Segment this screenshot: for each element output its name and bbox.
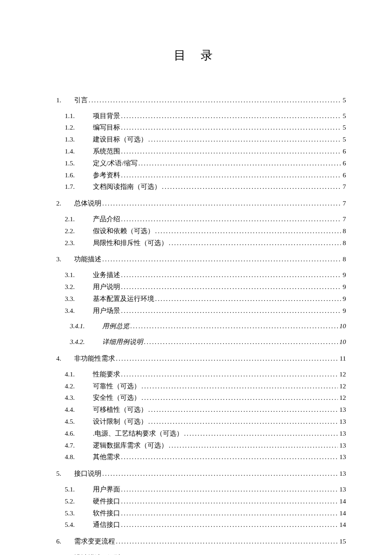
toc-entry-page: 10 bbox=[339, 337, 346, 347]
toc-entry-page: 14 bbox=[339, 520, 346, 530]
toc-entry-number: 1.1. bbox=[65, 111, 93, 121]
toc-entry[interactable]: 1.2.编写目标5 bbox=[65, 122, 346, 133]
toc-leader-dots bbox=[121, 496, 338, 507]
toc-entry[interactable]: 2.2.假设和依赖（可选）8 bbox=[65, 226, 346, 237]
toc-entry[interactable]: 5.2.硬件接口14 bbox=[65, 496, 346, 507]
toc-entry[interactable]: 3.4.1.用例总览10 bbox=[70, 321, 346, 332]
toc-entry-text: 产品介绍 bbox=[93, 214, 120, 225]
toc-entry[interactable]: 4.5.设计限制（可选）13 bbox=[65, 416, 346, 427]
toc-entry[interactable]: 1.引言5 bbox=[56, 95, 346, 106]
toc-entry-number: 5.1. bbox=[65, 484, 93, 495]
toc-entry-number: 3.4.1. bbox=[70, 321, 102, 332]
toc-entry-text: 局限性和排斥性（可选） bbox=[93, 238, 168, 249]
toc-entry[interactable]: 3.3.基本配置及运行环境9 bbox=[65, 294, 346, 304]
toc-leader-dots bbox=[116, 536, 338, 547]
toc-entry[interactable]: 2.总体说明7 bbox=[56, 198, 346, 209]
toc-entry-page: 9 bbox=[342, 270, 346, 280]
toc-entry-text: 用户说明 bbox=[93, 282, 120, 292]
toc-entry-page: 6 bbox=[342, 158, 346, 169]
toc-entry-text: 用户界面 bbox=[93, 484, 120, 495]
toc-entry-page: 6 bbox=[342, 170, 346, 181]
toc-entry-page: 5 bbox=[342, 122, 346, 133]
toc-leader-dots bbox=[144, 337, 338, 347]
toc-entry-text: 总体说明 bbox=[74, 198, 101, 209]
toc-entry-page: 8 bbox=[342, 238, 346, 249]
toc-entry-text: 用户场景 bbox=[93, 306, 120, 316]
toc-leader-dots bbox=[169, 238, 341, 249]
toc-entry[interactable]: 2.1.产品介绍7 bbox=[65, 214, 346, 225]
toc-entry-number: 1.4. bbox=[65, 146, 93, 157]
toc-entry[interactable]: 5.3.软件接口14 bbox=[65, 508, 346, 519]
toc-entry-text: 系统范围 bbox=[93, 146, 120, 157]
toc-entry-number: 1.6. bbox=[65, 170, 93, 181]
toc-leader-dots bbox=[141, 381, 338, 392]
toc-entry-number: 4.7. bbox=[65, 440, 93, 451]
toc-entry-page: 7 bbox=[342, 198, 346, 209]
toc-entry[interactable]: 3.1.业务描述9 bbox=[65, 270, 346, 280]
toc-entry-text: 非功能性需求 bbox=[74, 353, 115, 364]
toc-entry-page: 9 bbox=[342, 306, 346, 316]
toc-leader-dots bbox=[141, 393, 338, 403]
toc-entry[interactable]: 1.1.项目背景5 bbox=[65, 111, 346, 121]
toc-entry-number: 3.3. bbox=[65, 294, 93, 304]
toc-entry[interactable]: 4.2.可靠性（可选）12 bbox=[65, 381, 346, 392]
toc-entry-number: 2. bbox=[56, 198, 74, 209]
toc-entry-text: 基本配置及运行环境 bbox=[93, 294, 154, 304]
toc-entry[interactable]: 4.非功能性需求11 bbox=[56, 353, 346, 364]
toc-entry[interactable]: 4.1.性能要求12 bbox=[65, 369, 346, 380]
toc-entry[interactable]: 3.4.用户场景9 bbox=[65, 306, 346, 316]
toc-entry[interactable]: 4.6..电源、工艺结构要求（可选） 13 bbox=[65, 428, 346, 439]
toc-entry-page: 12 bbox=[339, 393, 346, 403]
toc-entry[interactable]: 4.7.逻辑数据库需求（可选）13 bbox=[65, 440, 346, 451]
toc-entry-number: 2.3. bbox=[65, 238, 93, 249]
toc-entry[interactable]: 1.7.文档阅读指南（可选）7 bbox=[65, 182, 346, 192]
toc-entry-text: 设计描述（可选） bbox=[74, 553, 129, 555]
toc-entry-page: 13 bbox=[339, 428, 346, 439]
toc-leader-dots bbox=[155, 226, 341, 237]
toc-entry[interactable]: 4.8.其他需求13 bbox=[65, 452, 346, 462]
toc-entry[interactable]: 3.2.用户说明9 bbox=[65, 282, 346, 292]
toc-entry-number: 5.2. bbox=[65, 496, 93, 507]
toc-leader-dots bbox=[121, 452, 338, 462]
toc-entry[interactable]: 3.4.2.详细用例说明10 bbox=[70, 337, 346, 347]
toc-entry-number: 4.6. bbox=[65, 428, 93, 439]
toc-entry-text: 用例总览 bbox=[102, 321, 130, 332]
toc-entry[interactable]: 7.设计描述（可选）15 bbox=[56, 553, 346, 555]
toc-entry-text: 功能描述 bbox=[74, 254, 101, 265]
toc-entry-number: 1.2. bbox=[65, 122, 93, 133]
document-page: 目 录 1.引言51.1.项目背景51.2.编写目标51.3.建设目标（可选）5… bbox=[0, 0, 392, 555]
toc-entry-page: 5 bbox=[342, 111, 346, 121]
toc-entry-text: 文档阅读指南（可选） bbox=[93, 182, 161, 192]
toc-entry-page: 5 bbox=[342, 95, 346, 106]
toc-entry[interactable]: 1.4.系统范围6 bbox=[65, 146, 346, 157]
toc-entry-text: 性能要求 bbox=[93, 369, 120, 380]
toc-entry-page: 7 bbox=[342, 214, 346, 225]
toc-entry[interactable]: 5.接口说明13 bbox=[56, 468, 346, 479]
toc-entry-number: 4.4. bbox=[65, 405, 93, 415]
toc-entry-page: 14 bbox=[339, 508, 346, 519]
toc-leader-dots bbox=[102, 254, 341, 265]
toc-entry[interactable]: 5.4.通信接口14 bbox=[65, 520, 346, 530]
toc-leader-dots bbox=[130, 553, 338, 555]
toc-entry[interactable]: 6.需求变更流程15 bbox=[56, 536, 346, 547]
toc-entry-page: 13 bbox=[339, 416, 346, 427]
toc-entry-page: 5 bbox=[342, 134, 346, 145]
toc-leader-dots bbox=[116, 353, 338, 364]
toc-leader-dots bbox=[121, 111, 341, 121]
toc-leader-dots bbox=[121, 508, 338, 519]
toc-entry-number: 1. bbox=[56, 95, 74, 106]
toc-entry[interactable]: 5.1.用户界面13 bbox=[65, 484, 346, 495]
toc-leader-dots bbox=[102, 468, 338, 479]
toc-entry[interactable]: 4.4.可移植性（可选）13 bbox=[65, 405, 346, 415]
toc-entry[interactable]: 3.功能描述8 bbox=[56, 254, 346, 265]
toc-leader-dots bbox=[162, 182, 341, 192]
toc-entry[interactable]: 1.6.参考资料6 bbox=[65, 170, 346, 181]
toc-entry-text: 通信接口 bbox=[93, 520, 120, 530]
toc-entry[interactable]: 1.5.定义/术语/缩写 6 bbox=[65, 158, 346, 169]
toc-entry[interactable]: 2.3.局限性和排斥性（可选）8 bbox=[65, 238, 346, 249]
toc-entry[interactable]: 4.3.安全性（可选）12 bbox=[65, 393, 346, 403]
toc-entry-number: 6. bbox=[56, 536, 74, 547]
toc-entry-text: 项目背景 bbox=[93, 111, 120, 121]
toc-leader-dots bbox=[130, 321, 338, 332]
toc-entry[interactable]: 1.3.建设目标（可选）5 bbox=[65, 134, 346, 145]
